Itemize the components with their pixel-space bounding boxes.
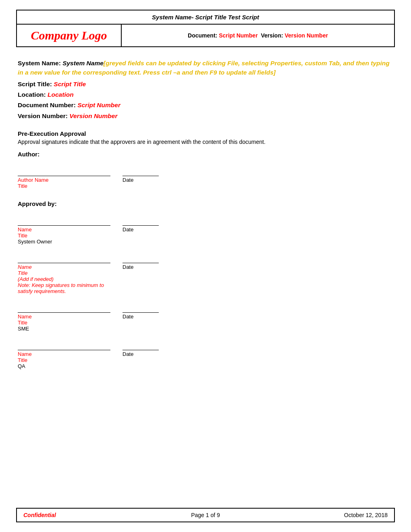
approver-1-sig-labels: Name Title System Owner Date	[18, 227, 393, 245]
approver-1-sig-line	[18, 218, 110, 226]
main-content: System Name: System Name[greyed fields c…	[0, 47, 411, 444]
footer-page: Page 1 of 9	[145, 512, 266, 518]
author-date-label: Date	[122, 177, 159, 183]
approver-2-name-label: Name	[18, 264, 110, 270]
version-value: Version Number	[285, 32, 328, 39]
approver-2-sub-label: (Add if needed)	[18, 276, 110, 282]
approver-1-sig-line-row	[18, 218, 393, 226]
approver-2-note-label: Note: Keep signatures to minimum to sati…	[18, 282, 110, 294]
author-sig-line-row	[18, 169, 393, 176]
approver-3-date-col: Date	[122, 314, 159, 332]
footer: Confidential Page 1 of 9 October 12, 201…	[16, 508, 395, 522]
approver-1-title-label: Title	[18, 233, 110, 239]
pre-execution-body: Approval signatures indicate that the ap…	[18, 139, 393, 145]
approver-2-date-col: Date	[122, 264, 159, 294]
pre-execution-heading: Pre-Execution Approval	[18, 130, 393, 137]
location-value: Location	[48, 91, 74, 98]
approved-heading: Approved by:	[18, 200, 393, 207]
approver-2-sig-line	[18, 256, 110, 263]
approver-2-name-col: Name Title (Add if needed) Note: Keep si…	[18, 264, 110, 294]
doc-label: Document:	[188, 32, 217, 39]
author-signature-line	[18, 169, 110, 176]
approver-4-name-label: Name	[18, 351, 110, 357]
header-doc-info: Document: Script Number Version: Version…	[122, 25, 394, 46]
sys-name-label: System Name:	[18, 60, 61, 66]
approver-3-name-col: Name Title SME	[18, 314, 110, 332]
doc-num-line: Document Number: Script Number	[18, 100, 393, 110]
author-date-line	[122, 169, 159, 176]
header-title: System Name- Script Title Test Script	[17, 10, 394, 25]
approver-3-name-label: Name	[18, 314, 110, 320]
header-logo-row: Company Logo Document: Script Number Ver…	[17, 25, 394, 46]
system-name-line: System Name: System Name[greyed fields c…	[18, 58, 393, 77]
author-title-label: Title	[18, 183, 110, 189]
approver-4-block: Name Title QA Date	[18, 343, 393, 369]
page: System Name- Script Title Test Script Co…	[0, 0, 411, 532]
system-info-block: System Name: System Name[greyed fields c…	[18, 58, 393, 121]
version-label: Version:	[261, 32, 283, 39]
sys-name-value: System Name	[62, 60, 104, 66]
location-label: Location:	[18, 91, 46, 98]
approver-4-date-line	[122, 343, 159, 350]
approver-2-sig-line-row	[18, 256, 393, 263]
company-logo: Company Logo	[31, 29, 107, 42]
author-sig-labels: Author Name Title Date	[18, 177, 393, 189]
approver-3-sub-label: SME	[18, 326, 110, 332]
approver-3-sig-line-row	[18, 305, 393, 313]
approver-4-sig-line-row	[18, 343, 393, 350]
author-name-label: Author Name	[18, 177, 110, 183]
script-title-label: Script Title:	[18, 81, 52, 87]
approver-1-date-line	[122, 218, 159, 226]
approver-2-sig-labels: Name Title (Add if needed) Note: Keep si…	[18, 264, 393, 294]
approver-4-sig-line	[18, 343, 110, 350]
approver-2-date-line	[122, 256, 159, 263]
approver-1-date-col: Date	[122, 227, 159, 245]
header-title-text: System Name- Script Title Test Script	[152, 14, 259, 21]
approver-3-title-label: Title	[18, 320, 110, 326]
approver-4-date-col: Date	[122, 351, 159, 369]
approver-3-sig-line	[18, 305, 110, 313]
approver-2-block: Name Title (Add if needed) Note: Keep si…	[18, 256, 393, 294]
approver-2-date-label: Date	[122, 264, 159, 270]
approver-1-date-label: Date	[122, 227, 159, 233]
version-num-line: Version Number: Version Number	[18, 111, 393, 121]
doc-num-value: Script Number	[77, 102, 120, 108]
location-line: Location: Location	[18, 89, 393, 100]
version-num-label: Version Number:	[18, 112, 68, 119]
approver-4-sub-label: QA	[18, 363, 110, 369]
author-name-col: Author Name Title	[18, 177, 110, 189]
approver-4-date-label: Date	[122, 351, 159, 357]
approver-3-date-label: Date	[122, 314, 159, 320]
script-title-value: Script Title	[54, 81, 86, 87]
footer-date: October 12, 2018	[266, 512, 388, 518]
approver-3-block: Name Title SME Date	[18, 305, 393, 332]
approver-1-name-label: Name	[18, 227, 110, 233]
header: System Name- Script Title Test Script Co…	[16, 10, 395, 47]
footer-confidential: Confidential	[23, 512, 145, 518]
approver-4-title-label: Title	[18, 357, 110, 363]
approver-4-sig-labels: Name Title QA Date	[18, 351, 393, 369]
author-sig-block: Author Name Title Date	[18, 169, 393, 189]
doc-num-label: Document Number:	[18, 102, 76, 108]
approver-3-date-line	[122, 305, 159, 313]
doc-value: Script Number	[219, 32, 257, 39]
approver-2-title-label: Title	[18, 270, 110, 276]
approver-1-name-col: Name Title System Owner	[18, 227, 110, 245]
approver-1-block: Name Title System Owner Date	[18, 218, 393, 245]
script-title-line: Script Title: Script Title	[18, 79, 393, 89]
approver-4-name-col: Name Title QA	[18, 351, 110, 369]
approver-1-sub-label: System Owner	[18, 239, 110, 245]
company-logo-cell: Company Logo	[17, 25, 122, 46]
author-heading: Author:	[18, 151, 393, 158]
approver-3-sig-labels: Name Title SME Date	[18, 314, 393, 332]
author-date-col: Date	[122, 177, 159, 189]
version-num-value: Version Number	[69, 112, 117, 119]
